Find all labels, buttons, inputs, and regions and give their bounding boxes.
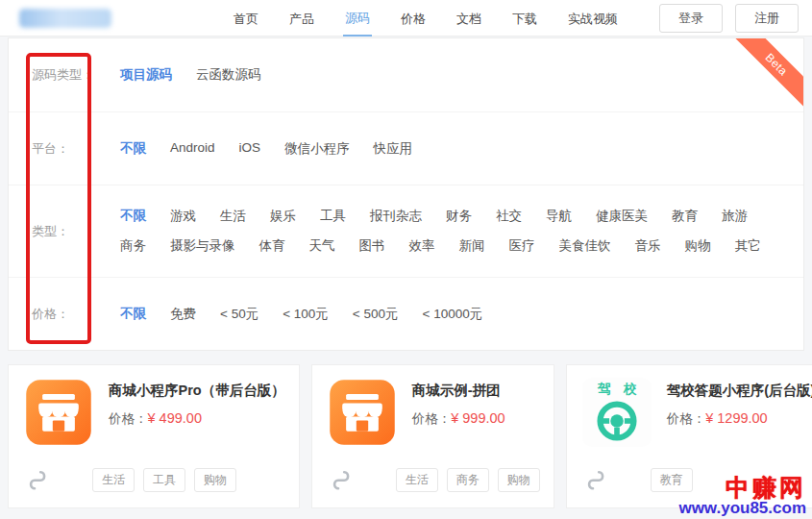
filter-option[interactable]: < 50元 (220, 306, 258, 323)
category-tag[interactable]: 购物 (194, 468, 236, 492)
filter-option[interactable]: < 10000元 (423, 306, 483, 323)
tag-list: 生活工具购物 (92, 468, 236, 492)
filter-option[interactable]: 云函数源码 (196, 66, 261, 84)
filter-option[interactable]: 生活 (220, 208, 246, 225)
card-footer: 生活商务购物 (312, 468, 554, 507)
filter-option[interactable]: 音乐 (635, 237, 661, 255)
card-info: 商城小程序Pro（带后台版） 价格：¥ 499.00 (109, 378, 285, 447)
card-footer: 生活工具购物 (9, 468, 299, 507)
filter-option[interactable]: iOS (239, 140, 261, 158)
filter-option[interactable]: 体育 (259, 237, 285, 255)
nav-item-价格[interactable]: 价格 (399, 1, 428, 36)
driving-school-icon: 驾 校 (582, 378, 652, 447)
register-button[interactable]: 注册 (735, 4, 799, 33)
filter-option[interactable]: 项目源码 (120, 66, 172, 84)
main-nav: 首页产品源码价格文档下载实战视频 (232, 0, 647, 37)
filter-option[interactable]: 商务 (120, 237, 146, 255)
top-nav: 首页产品源码价格文档下载实战视频 登录 注册 (0, 0, 812, 37)
category-tag[interactable]: 教育 (651, 468, 693, 492)
store-icon (24, 378, 93, 447)
app-icon (24, 378, 93, 447)
product-card[interactable]: 驾 校 驾校答题小程序(后台版) 价格：¥ 1299.00 教育 (566, 364, 812, 508)
nav-item-产品[interactable]: 产品 (287, 1, 316, 36)
filter-label: 价格： (32, 306, 120, 323)
filter-option[interactable]: < 100元 (283, 306, 329, 323)
filter-option[interactable]: 旅游 (722, 208, 748, 225)
filter-option[interactable]: < 500元 (353, 306, 399, 323)
filter-option[interactable]: 健康医美 (596, 208, 648, 225)
filter-option[interactable]: Android (170, 140, 215, 158)
filter-option[interactable]: 工具 (320, 208, 346, 225)
card-footer: 教育 (567, 468, 812, 507)
tag-list: 生活商务购物 (396, 468, 540, 492)
card-info: 商城示例-拼团 价格：¥ 999.00 (412, 378, 505, 447)
filter-label: 类型： (32, 223, 120, 240)
category-tag[interactable]: 生活 (92, 468, 135, 492)
nav-item-下载[interactable]: 下载 (510, 1, 539, 36)
filter-option[interactable]: 效率 (409, 237, 435, 255)
product-price: 价格：¥ 999.00 (412, 410, 505, 428)
product-title[interactable]: 商城示例-拼团 (412, 382, 505, 400)
site-logo[interactable] (19, 9, 111, 28)
link-icon[interactable] (28, 469, 47, 492)
price-value: ¥ 499.00 (148, 410, 202, 426)
filter-option[interactable]: 社交 (496, 208, 522, 225)
filter-option[interactable]: 财务 (446, 208, 472, 225)
product-price: 价格：¥ 499.00 (109, 410, 285, 428)
filter-option[interactable]: 报刊杂志 (370, 208, 422, 225)
filter-option[interactable]: 免费 (170, 306, 196, 323)
product-card[interactable]: 商城小程序Pro（带后台版） 价格：¥ 499.00 生活工具购物 (8, 364, 300, 508)
filter-option[interactable]: 快应用 (374, 140, 413, 158)
filter-row: 类型： 不限游戏生活娱乐工具报刊杂志财务社交导航健康医美教育旅游商务摄影与录像体… (9, 185, 803, 277)
app-icon: 驾 校 (582, 378, 652, 447)
nav-item-源码[interactable]: 源码 (343, 0, 372, 37)
card-info: 驾校答题小程序(后台版) 价格：¥ 1299.00 (667, 378, 812, 447)
login-button[interactable]: 登录 (659, 4, 723, 33)
link-icon[interactable] (332, 469, 351, 492)
category-tag[interactable]: 生活 (396, 468, 438, 492)
nav-item-首页[interactable]: 首页 (232, 1, 260, 36)
tag-list: 教育 (651, 468, 693, 492)
filter-option[interactable]: 图书 (359, 237, 385, 255)
filter-option[interactable]: 其它 (735, 237, 761, 255)
card-main: 商城小程序Pro（带后台版） 价格：¥ 499.00 (9, 365, 299, 447)
filter-rows: 源码类型： 项目源码云函数源码 平台： 不限AndroidiOS微信小程序快应用… (9, 38, 803, 350)
product-title[interactable]: 商城小程序Pro（带后台版） (109, 382, 285, 400)
filter-option[interactable]: 不限 (120, 306, 146, 323)
filter-row: 平台： 不限AndroidiOS微信小程序快应用 (9, 111, 803, 185)
card-main: 驾 校 驾校答题小程序(后台版) 价格：¥ 1299.00 (567, 365, 812, 447)
filter-option[interactable]: 教育 (672, 208, 698, 225)
app-icon (328, 378, 397, 447)
filter-option[interactable]: 导航 (546, 208, 572, 225)
filter-options: 不限游戏生活娱乐工具报刊杂志财务社交导航健康医美教育旅游商务摄影与录像体育天气图… (120, 200, 793, 262)
filter-option[interactable]: 美食佳饮 (559, 237, 611, 255)
svg-text:驾: 驾 (596, 382, 610, 396)
filter-option[interactable]: 游戏 (170, 208, 196, 225)
category-tag[interactable]: 商务 (447, 468, 489, 492)
filter-option[interactable]: 天气 (309, 237, 335, 255)
link-icon[interactable] (586, 469, 605, 492)
filter-options: 不限免费< 50元< 100元< 500元< 10000元 (120, 298, 482, 331)
filter-option[interactable]: 新闻 (459, 237, 485, 255)
filter-label: 源码类型： (32, 66, 120, 84)
filter-option[interactable]: 微信小程序 (284, 140, 350, 158)
filter-options: 不限AndroidiOS微信小程序快应用 (120, 133, 412, 165)
svg-text:校: 校 (622, 382, 636, 396)
filter-row: 价格： 不限免费< 50元< 100元< 500元< 10000元 (9, 277, 803, 350)
nav-item-文档[interactable]: 文档 (455, 1, 483, 36)
product-card[interactable]: 商城示例-拼团 价格：¥ 999.00 生活商务购物 (311, 364, 554, 508)
filter-option[interactable]: 摄影与录像 (170, 237, 235, 255)
filter-option[interactable]: 购物 (685, 237, 711, 255)
nav-item-实战视频[interactable]: 实战视频 (566, 1, 620, 36)
filter-option[interactable]: 娱乐 (270, 208, 296, 225)
filter-row: 源码类型： 项目源码云函数源码 (9, 38, 803, 111)
category-tag[interactable]: 工具 (143, 468, 185, 492)
filter-option[interactable]: 不限 (120, 208, 146, 225)
filter-option[interactable]: 不限 (120, 140, 146, 158)
category-tag[interactable]: 购物 (498, 468, 540, 492)
price-value: ¥ 999.00 (451, 410, 504, 426)
product-title[interactable]: 驾校答题小程序(后台版) (667, 382, 812, 400)
page: 首页产品源码价格文档下载实战视频 登录 注册 Beta 源码类型： 项目源码云函… (0, 0, 812, 519)
filter-option[interactable]: 医疗 (509, 237, 535, 255)
store-icon (328, 378, 397, 447)
